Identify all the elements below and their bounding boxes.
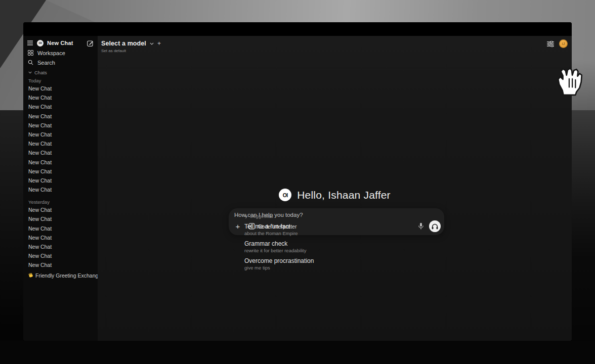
headphones-icon [432,223,438,230]
backdrop-bottom [0,341,595,364]
suggested-prompt[interactable]: Overcome procrastination give me tips [244,257,406,270]
suggested-prompt-subtitle: about the Roman Empire [244,231,406,236]
chat-list-item[interactable]: New Chat [23,102,98,111]
voice-mode-button[interactable] [429,220,441,232]
backdrop-right [572,110,595,364]
workspace-label: Workspace [37,50,65,56]
search-label: Search [37,60,55,66]
user-avatar[interactable]: IJ [559,39,568,48]
suggested-prompt[interactable]: Tell me a fun fact about the Roman Empir… [244,223,406,236]
desktop-background: OI New Chat Workspace [0,0,595,364]
chat-list-item[interactable]: New Chat [23,233,98,242]
chat-list-item[interactable]: New Chat [23,158,98,167]
window-titlebar [23,22,572,36]
backdrop-left [0,110,23,364]
chat-group-label-today: Today [23,77,98,84]
chat-list-item[interactable]: New Chat [23,112,98,121]
chats-section-header[interactable]: Chats [23,69,98,76]
greeting-text: Hello, Ishaan Jaffer [297,189,391,201]
chat-list-item[interactable]: New Chat [23,167,98,176]
chat-list-item[interactable]: New Chat [23,130,98,139]
chat-list-item[interactable]: New Chat [23,84,98,93]
chat-list-item[interactable]: New Chat [23,224,98,233]
suggested-prompt-title: Overcome procrastination [244,257,406,264]
microphone-icon[interactable] [418,222,424,230]
chat-list-item[interactable]: New Chat [23,148,98,157]
chat-group-label-yesterday: Yesterday [23,199,98,205]
chat-list-item-named[interactable]: Friendly Greeting Exchange [23,271,98,280]
sidebar-toggle-icon[interactable] [27,40,33,46]
controls-sliders-icon[interactable] [547,41,554,47]
suggested-label: Suggested [250,214,273,219]
chat-list-item[interactable]: New Chat [23,214,98,223]
chevron-down-icon [28,71,32,74]
topbar-right-controls: IJ [547,39,568,48]
chat-list-item[interactable]: New Chat [23,242,98,251]
greeting-block: OI Hello, Ishaan Jaffer [98,189,572,201]
set-default-link[interactable]: Set as default [101,49,126,53]
chat-list-item[interactable]: New Chat [23,139,98,148]
chat-list-item[interactable]: New Chat [23,251,98,260]
wave-emoji-icon [28,273,33,278]
suggested-prompts: Suggested Tell me a fun fact about the R… [244,214,406,270]
chat-group-today: New Chat New Chat New Chat New Chat New … [23,84,98,194]
model-selector-label: Select a model [101,40,146,47]
suggested-prompt-title: Tell me a fun fact [244,223,406,230]
chat-list-item[interactable]: New Chat [23,185,98,194]
chat-list-item[interactable]: New Chat [23,176,98,185]
chat-group-yesterday: New Chat New Chat New Chat New Chat New … [23,205,98,269]
workspace-grid-icon [28,50,33,56]
bolt-icon [244,214,248,219]
chat-list-item[interactable]: New Chat [23,205,98,214]
attach-plus-icon[interactable]: + [234,222,242,230]
chat-list-item[interactable]: New Chat [23,260,98,269]
suggested-prompt-title: Grammar check [244,240,406,247]
suggested-prompt-subtitle: rewrite it for better readability [244,248,406,253]
add-model-icon[interactable]: + [157,41,161,46]
suggested-prompt[interactable]: Grammar check rewrite it for better read… [244,240,406,253]
app-logo-icon: OI [37,40,44,47]
sidebar-header: OI New Chat [27,39,94,47]
sidebar: OI New Chat Workspace [23,36,98,341]
sidebar-item-search[interactable]: Search [23,58,98,67]
sidebar-item-workspace[interactable]: Workspace [23,48,98,58]
suggested-header: Suggested [244,214,406,219]
main-content: Select a model + Set as default IJ OI He… [98,36,572,341]
chat-list-item[interactable]: New Chat [23,93,98,102]
sidebar-nav: Workspace Search [23,48,98,67]
chats-label: Chats [34,70,47,75]
suggested-prompt-subtitle: give me tips [244,265,406,270]
chat-list-item[interactable]: New Chat [23,121,98,130]
new-chat-compose-icon[interactable] [87,40,94,47]
search-icon [28,60,33,65]
app-window: OI New Chat Workspace [23,22,572,341]
chevron-down-icon [150,42,154,45]
model-selector[interactable]: Select a model + [101,40,161,47]
named-chat-label: Friendly Greeting Exchange [35,271,98,280]
app-logo-icon: OI [279,189,291,201]
sidebar-title: New Chat [47,40,73,46]
